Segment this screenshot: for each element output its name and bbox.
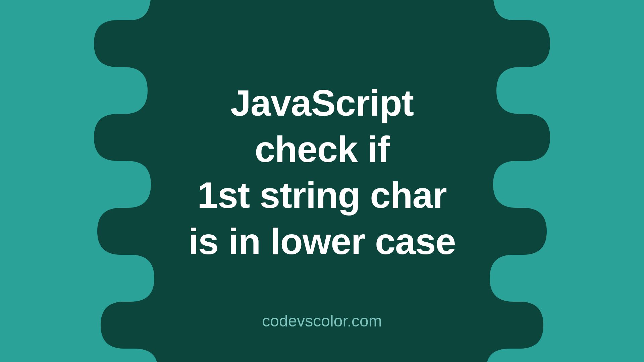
banner-container: JavaScript check if 1st string char is i… bbox=[0, 0, 644, 362]
title-block: JavaScript check if 1st string char is i… bbox=[188, 80, 455, 264]
title-line-2: check if bbox=[188, 126, 455, 172]
title-line-1: JavaScript bbox=[188, 80, 455, 126]
title-line-4: is in lower case bbox=[188, 218, 455, 264]
watermark-text: codevscolor.com bbox=[262, 312, 382, 330]
title-line-3: 1st string char bbox=[188, 172, 455, 218]
